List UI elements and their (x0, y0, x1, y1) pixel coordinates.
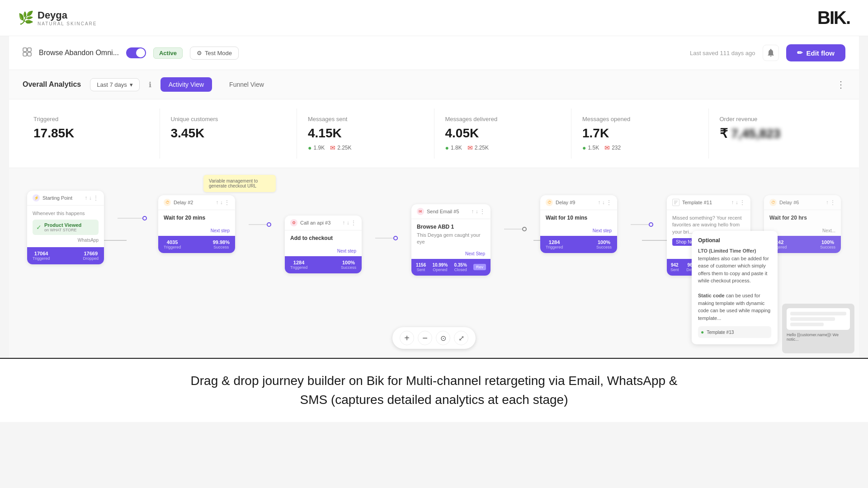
flow-name: Browse Abandon Omni... (39, 49, 119, 57)
api3-nextstep: Next step (285, 248, 362, 256)
sent-email-val: 2.25K (337, 145, 351, 151)
email-node-icon: ✉ (417, 208, 424, 215)
stat-triggered: Triggered 17.85K (23, 108, 160, 159)
bottom-caption: Drag & drop journey builder on Bik for M… (0, 358, 868, 422)
svg-rect-6 (674, 203, 676, 204)
test-mode-icon: ⚙ (197, 50, 202, 56)
flow-canvas[interactable]: Variable management to generate checkout… (9, 168, 859, 358)
email5-subtitle: This Deyga gem caught your eye (417, 232, 485, 246)
revenue-blurred: 7,45,823 (731, 127, 780, 141)
email-delivered-icon: ✉ (467, 144, 473, 151)
last-saved-text: Last saved 111 days ago (690, 50, 755, 56)
active-status-badge: Active (153, 47, 183, 59)
toolbar: Browse Abandon Omni... Active ⚙ Test Mod… (9, 36, 859, 70)
svg-rect-5 (674, 202, 677, 203)
zoom-out-button[interactable]: − (418, 331, 432, 345)
stat-triggered-label: Triggered (33, 116, 149, 122)
stat-17669: 17669 (83, 251, 99, 256)
whatsapp-delivered-icon: ● (445, 144, 449, 151)
edit-flow-button[interactable]: ✏ Edit flow (786, 44, 846, 61)
node-delay-2[interactable]: ⏱ Delay #2 ↑ ↓ ⋮ Wait for 20 mins Next s… (158, 195, 235, 253)
delay9-nextstep: Next step (540, 227, 617, 236)
delay6-title: Delay #6 (779, 200, 799, 205)
api3-body: Add to checkout (285, 230, 362, 248)
product-viewed-label: Product Viewed (44, 222, 81, 228)
notification-bell-button[interactable] (763, 45, 779, 61)
api3-success: 100% (341, 260, 356, 265)
preview-text: Hello {{customer.name}}! We notic... (787, 333, 850, 342)
api3-triggered: 1284 (290, 260, 307, 265)
stat-triggered-value: 17.85K (33, 126, 149, 141)
stat-messages-sent: Messages sent 4.15K ●1.9K ✉2.25K (297, 108, 434, 159)
logo-icon: 🌿 (18, 10, 34, 25)
flow-grid-icon (23, 47, 32, 59)
delay9-footer: 1284 Triggered 100% Success (540, 236, 617, 253)
logo-text-area: Deyga Natural Skincare (38, 9, 97, 26)
opened-whatsapp-val: 1.5K (588, 145, 599, 151)
delay2-body: Wait for 20 mins (158, 210, 235, 227)
zoom-in-button[interactable]: + (400, 331, 414, 345)
delay9-header: ⏱ Delay #9 ↑ ↓ ⋮ (540, 195, 617, 210)
tab-funnel-view[interactable]: Funnel View (221, 77, 272, 92)
svg-rect-3 (28, 52, 31, 56)
test-mode-button[interactable]: ⚙ Test Mode (190, 47, 239, 60)
date-filter-dropdown[interactable]: Last 7 days ▾ (90, 78, 140, 91)
node-delay-9[interactable]: ⏱ Delay #9 ↑ ↓ ⋮ Wait for 10 mins Next s… (540, 195, 617, 253)
email5-closed: 0.35% (454, 263, 467, 267)
whatsapp-icon: ● (308, 144, 311, 151)
delay9-icon: ⏱ (546, 199, 553, 206)
node-actions: ↑ ↓ ⋮ (85, 195, 99, 201)
preview-line-3 (790, 323, 824, 326)
tab-activity-view[interactable]: Activity View (160, 77, 212, 92)
api3-title: Call an api #3 (300, 220, 330, 225)
svg-rect-0 (23, 48, 27, 52)
node-api-3[interactable]: ⚙ Call an api #3 ↑ ↓ ⋮ Add to checkout N… (285, 216, 362, 273)
stat-messages-opened: Messages opened 1.7K ●1.5K ✉232 (571, 108, 709, 159)
brand-logo: 🌿 Deyga Natural Skincare (18, 9, 97, 26)
delay6-actions: ↑ ⋮ (826, 199, 835, 206)
delay6-body: Wait for 20 hrs (764, 210, 841, 227)
preview-line-2 (790, 317, 835, 321)
brand-tagline: Natural Skincare (38, 21, 97, 26)
info-icon[interactable]: ℹ (149, 80, 151, 89)
delay9-wait: Wait for 10 mins (546, 215, 612, 221)
delay2-wait: Wait for 20 mins (164, 215, 230, 221)
fullscreen-button[interactable]: ⤢ (454, 331, 468, 345)
node-email-5[interactable]: ✉ Send Email #5 ↑ ↓ ⋮ Browse ABD 1 This … (411, 204, 491, 276)
analytics-header: Overall Analytics Last 7 days ▾ ℹ Activi… (9, 70, 859, 99)
caption-text: Drag & drop journey builder on Bik for M… (18, 371, 850, 409)
node-starting-point[interactable]: ⚡ Starting Point ↑ ↓ ⋮ Whenever this hap… (27, 191, 104, 264)
email5-footer: 1156 Sent 10.99% Opened 0.35% Closed Rev (411, 259, 491, 276)
delay9-title: Delay #9 (556, 200, 575, 205)
stat-unique-label: Unique customers (171, 116, 286, 122)
template13-stub: ● Template #13 (698, 326, 771, 338)
stat-sent-label: Messages sent (308, 116, 423, 122)
delay2-actions: ↑ ↓ ⋮ (216, 199, 230, 206)
top-bar: 🌿 Deyga Natural Skincare BIK. (0, 0, 868, 36)
delay9-triggered: 1284 (546, 239, 563, 245)
fit-view-button[interactable]: ⊙ (436, 331, 450, 345)
triggered-label: Triggered (33, 256, 50, 261)
email5-opened: 10.99% (432, 263, 448, 267)
product-viewed-sub: on WHAT STORE (44, 228, 81, 232)
more-options-button[interactable]: ⋮ (836, 79, 845, 90)
delay2-footer: 4035 Triggered 99.98% Success (158, 236, 235, 253)
stat-opened-label: Messages opened (582, 116, 698, 122)
edit-flow-label: Edit flow (807, 49, 835, 57)
starting-point-icon: ⚡ (33, 194, 40, 202)
template11-actions: ↑ ↓ ⋮ (731, 199, 745, 206)
api3-actions: ↑ ↓ ⋮ (342, 220, 356, 226)
whatsapp-label: WhatsApp (33, 238, 99, 243)
stat-revenue-value: ₹ 7,45,823 (720, 126, 835, 141)
delay6-header: ⏱ Delay #6 ↑ ⋮ (764, 195, 841, 210)
sticky-note: Variable management to generate checkout… (203, 175, 276, 192)
node-starting-point-header: ⚡ Starting Point ↑ ↓ ⋮ (27, 191, 104, 206)
stat-unique-customers: Unique customers 3.45K (160, 108, 297, 159)
active-toggle[interactable] (126, 47, 146, 58)
delay-icon: ⏱ (164, 199, 171, 206)
stat-dropped-node: 17669 Dropped (83, 251, 99, 261)
preview-line-1 (790, 312, 846, 315)
whatsapp-opened-icon: ● (582, 144, 586, 151)
template11-icon (672, 199, 679, 206)
svg-rect-4 (674, 201, 678, 202)
